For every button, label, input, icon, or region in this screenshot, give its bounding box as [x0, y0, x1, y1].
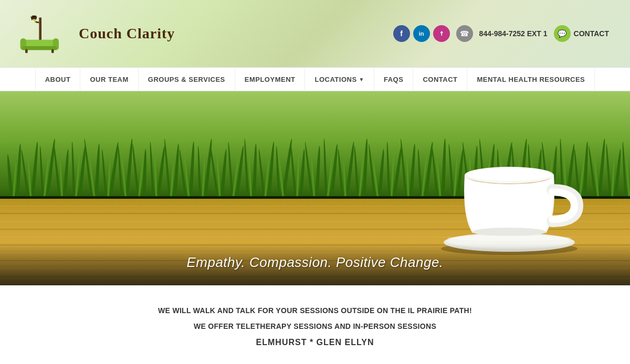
teacup-svg — [425, 112, 598, 259]
hero-tagline: Empathy. Compassion. Positive Change. — [186, 254, 443, 271]
contact-label: CONTACT — [574, 29, 609, 38]
teacup-illustration — [425, 112, 598, 259]
nav-label-contact: CONTACT — [423, 76, 457, 83]
phone-number: 844-984-7252 EXT 1 — [479, 29, 548, 38]
content-line-1: WE WILL WALK AND TALK FOR YOUR SESSIONS … — [10, 306, 620, 315]
nav-item-contact[interactable]: CONTACT — [413, 67, 467, 91]
social-icons: f in ☨ — [393, 25, 450, 42]
content-line-3: ELMHURST * GLEN ELLYN — [10, 338, 620, 347]
nav-item-employment[interactable]: EMPLOYMENT — [235, 67, 306, 91]
nav-item-about[interactable]: ABOUT — [35, 67, 81, 91]
nav-item-mental-health[interactable]: MENTAL HEALTH RESOURCES — [467, 67, 595, 91]
facebook-icon: f — [400, 29, 403, 38]
phone-icon: ☎ — [456, 25, 473, 42]
svg-point-149 — [472, 228, 546, 236]
nav-label-faqs: FAQS — [384, 76, 403, 83]
logo-svg — [10, 13, 74, 55]
svg-point-150 — [447, 235, 571, 241]
contact-icon: 💬 — [554, 25, 571, 42]
svg-rect-9 — [51, 49, 54, 53]
svg-point-148 — [466, 167, 552, 181]
content-line-2: WE OFFER TELETHERAPY SESSIONS AND IN-PER… — [10, 322, 620, 330]
header-right: f in ☨ ☎ 844-984-7252 EXT 1 💬 CONTACT — [393, 25, 609, 42]
logo-title: Couch Clarity — [79, 25, 175, 42]
nav-label-mental-health: MENTAL HEALTH RESOURCES — [477, 76, 585, 83]
instagram-icon: ☨ — [440, 30, 443, 37]
logo-area[interactable]: Couch Clarity — [10, 13, 175, 55]
nav-list: ABOUT OUR TEAM GROUPS & SERVICES EMPLOYM… — [35, 67, 595, 91]
contact-button[interactable]: 💬 CONTACT — [554, 25, 609, 42]
facebook-link[interactable]: f — [393, 25, 410, 42]
nav-item-our-team[interactable]: OUR TEAM — [80, 67, 138, 91]
nav-item-locations[interactable]: LOCATIONS ▼ — [305, 67, 374, 91]
main-nav: ABOUT OUR TEAM GROUPS & SERVICES EMPLOYM… — [0, 67, 630, 91]
svg-rect-8 — [25, 49, 28, 53]
nav-label-about: ABOUT — [45, 76, 71, 83]
nav-item-faqs[interactable]: FAQS — [374, 67, 413, 91]
linkedin-link[interactable]: in — [413, 25, 430, 42]
nav-label-locations: LOCATIONS — [314, 76, 356, 83]
nav-label-employment: EMPLOYMENT — [245, 76, 296, 83]
logo-text-area: Couch Clarity — [79, 25, 175, 42]
content-section: WE WILL WALK AND TALK FOR YOUR SESSIONS … — [0, 285, 630, 358]
phone-symbol: ☎ — [460, 29, 469, 38]
chat-icon: 💬 — [558, 29, 566, 38]
nav-label-our-team: OUR TEAM — [90, 76, 128, 83]
hero-section: Empathy. Compassion. Positive Change. — [0, 91, 630, 285]
nav-label-groups-services: GROUPS & SERVICES — [148, 76, 225, 83]
linkedin-icon: in — [419, 30, 424, 37]
nav-item-groups-services[interactable]: GROUPS & SERVICES — [139, 67, 235, 91]
chevron-down-icon: ▼ — [359, 77, 364, 82]
svg-point-3 — [32, 19, 36, 22]
svg-rect-2 — [32, 16, 36, 17]
instagram-link[interactable]: ☨ — [433, 25, 450, 42]
site-header: Couch Clarity f in ☨ ☎ 844-984-7252 EXT … — [0, 0, 630, 67]
